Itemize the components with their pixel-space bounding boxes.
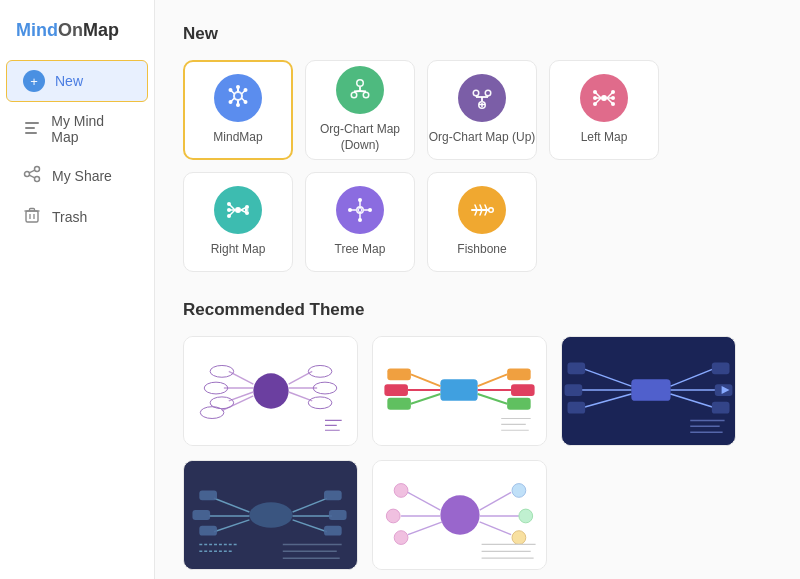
app-logo: MindOnMap bbox=[0, 10, 154, 59]
svg-rect-138 bbox=[568, 402, 586, 414]
svg-rect-0 bbox=[25, 122, 39, 124]
map-card-left-map[interactable]: Left Map bbox=[549, 60, 659, 160]
theme-card-5[interactable] bbox=[372, 460, 547, 570]
recommended-section-title: Recommended Theme bbox=[183, 300, 772, 320]
svg-rect-1 bbox=[25, 127, 35, 129]
map-card-org-chart-down[interactable]: Org-Chart Map (Down) bbox=[305, 60, 415, 160]
map-card-org-chart-down-label: Org-Chart Map (Down) bbox=[306, 122, 414, 153]
svg-point-176 bbox=[512, 484, 526, 498]
main-content: New bbox=[155, 0, 800, 579]
theme-grid bbox=[183, 336, 772, 570]
map-card-mindmap[interactable]: MindMap bbox=[183, 60, 293, 160]
new-section-title: New bbox=[183, 24, 772, 44]
map-card-left-map-label: Left Map bbox=[581, 130, 628, 146]
svg-point-173 bbox=[394, 484, 408, 498]
map-card-right-map[interactable]: Right Map bbox=[183, 172, 293, 272]
svg-point-51 bbox=[593, 90, 597, 94]
sidebar-item-trash[interactable]: Trash bbox=[6, 197, 148, 236]
fishbone-icon bbox=[458, 186, 506, 234]
svg-point-76 bbox=[348, 208, 352, 212]
svg-point-19 bbox=[236, 103, 240, 107]
svg-point-4 bbox=[25, 172, 30, 177]
svg-point-16 bbox=[244, 88, 248, 92]
svg-point-30 bbox=[364, 93, 368, 97]
svg-rect-120 bbox=[384, 384, 408, 396]
right-map-icon bbox=[214, 186, 262, 234]
svg-point-178 bbox=[512, 531, 526, 545]
map-card-tree-map[interactable]: Tree Map bbox=[305, 172, 415, 272]
new-section: New bbox=[183, 24, 772, 272]
sidebar-item-my-mind-map-label: My Mind Map bbox=[51, 113, 132, 145]
svg-point-147 bbox=[249, 502, 292, 528]
theme-card-4[interactable] bbox=[183, 460, 358, 570]
svg-point-63 bbox=[227, 202, 231, 206]
map-card-mindmap-label: MindMap bbox=[213, 130, 262, 146]
svg-line-25 bbox=[360, 91, 366, 92]
theme-card-3[interactable] bbox=[561, 336, 736, 446]
svg-point-56 bbox=[611, 102, 615, 106]
left-map-icon bbox=[580, 74, 628, 122]
map-grid: MindMap bbox=[183, 60, 772, 272]
svg-point-5 bbox=[35, 177, 40, 182]
svg-point-13 bbox=[235, 93, 241, 99]
trash-icon bbox=[22, 206, 42, 227]
svg-rect-139 bbox=[712, 363, 730, 375]
svg-rect-154 bbox=[199, 490, 217, 500]
svg-line-7 bbox=[29, 175, 35, 178]
svg-rect-158 bbox=[329, 510, 347, 520]
logo-on: On bbox=[58, 20, 83, 40]
sidebar-item-new-label: New bbox=[55, 73, 83, 89]
map-card-fishbone-label: Fishbone bbox=[457, 242, 506, 258]
my-share-icon bbox=[22, 165, 42, 186]
sidebar-item-my-share[interactable]: My Share bbox=[6, 156, 148, 195]
logo-text: MindOnMap bbox=[16, 20, 119, 41]
map-card-tree-map-label: Tree Map bbox=[335, 242, 386, 258]
logo-color: Mind bbox=[16, 20, 58, 40]
svg-rect-137 bbox=[565, 384, 583, 396]
my-mind-map-icon bbox=[22, 119, 41, 140]
theme-card-1[interactable] bbox=[183, 336, 358, 446]
svg-rect-44 bbox=[601, 95, 607, 101]
tree-map-icon bbox=[336, 186, 384, 234]
recommended-section: Recommended Theme bbox=[183, 300, 772, 570]
svg-point-65 bbox=[227, 214, 231, 218]
sidebar-item-my-share-label: My Share bbox=[52, 168, 112, 184]
svg-point-54 bbox=[611, 90, 615, 94]
svg-rect-123 bbox=[511, 384, 535, 396]
svg-point-175 bbox=[394, 531, 408, 545]
logo-map: Map bbox=[83, 20, 119, 40]
svg-rect-2 bbox=[25, 132, 37, 134]
svg-rect-8 bbox=[26, 211, 38, 222]
svg-point-166 bbox=[440, 495, 479, 534]
map-card-fishbone[interactable]: Fishbone bbox=[427, 172, 537, 272]
svg-point-77 bbox=[368, 208, 372, 212]
svg-rect-129 bbox=[631, 379, 670, 401]
org-chart-up-icon bbox=[458, 74, 506, 122]
svg-rect-157 bbox=[324, 490, 342, 500]
theme-card-2[interactable] bbox=[372, 336, 547, 446]
svg-point-29 bbox=[352, 93, 356, 97]
new-icon: + bbox=[23, 70, 45, 92]
map-card-org-chart-up[interactable]: Org-Chart Map (Up) bbox=[427, 60, 537, 160]
svg-point-74 bbox=[358, 198, 362, 202]
svg-line-24 bbox=[354, 91, 360, 92]
svg-point-18 bbox=[244, 100, 248, 104]
svg-point-75 bbox=[358, 218, 362, 222]
svg-point-14 bbox=[236, 85, 240, 89]
svg-point-39 bbox=[474, 91, 478, 95]
svg-point-28 bbox=[358, 81, 363, 86]
svg-rect-159 bbox=[324, 526, 342, 536]
svg-point-52 bbox=[593, 96, 597, 100]
svg-point-55 bbox=[611, 96, 615, 100]
svg-rect-119 bbox=[387, 368, 411, 380]
svg-rect-136 bbox=[568, 363, 586, 375]
sidebar-item-my-mind-map[interactable]: My Mind Map bbox=[6, 104, 148, 154]
svg-line-6 bbox=[29, 170, 35, 173]
map-card-right-map-label: Right Map bbox=[211, 242, 266, 258]
svg-rect-124 bbox=[507, 398, 531, 410]
sidebar-item-trash-label: Trash bbox=[52, 209, 87, 225]
svg-point-17 bbox=[229, 100, 233, 104]
svg-rect-141 bbox=[712, 402, 730, 414]
sidebar-item-new[interactable]: + New bbox=[6, 60, 148, 102]
map-card-org-chart-up-label: Org-Chart Map (Up) bbox=[429, 130, 536, 146]
